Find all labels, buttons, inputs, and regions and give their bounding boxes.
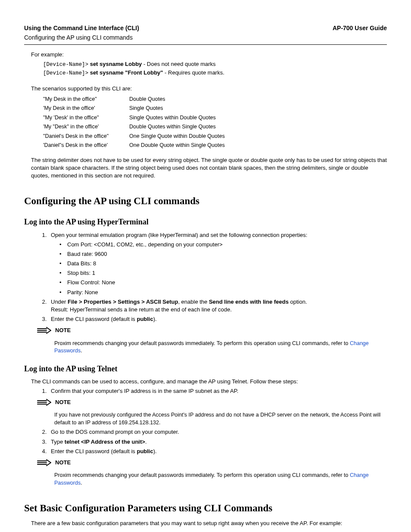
step-item: Enter the CLI password (default is publi…	[48, 315, 387, 323]
table-row: "My 'Desk' in the office"Single Quotes w…	[43, 113, 387, 123]
prompt-2: [Device-Name]>	[43, 70, 88, 76]
list-item: Baud rate: 9600	[59, 250, 387, 258]
step-item: Go to the DOS command prompt on your com…	[48, 428, 387, 436]
heading-hyperterminal: Log into the AP using HyperTerminal	[24, 217, 387, 227]
note-content: NOTE	[55, 327, 387, 336]
note-arrow-icon	[37, 399, 52, 408]
quote-desc: Single Quotes	[129, 105, 163, 112]
quote-desc: Double Quotes within Single Quotes	[129, 123, 216, 131]
note-label: NOTE	[55, 459, 387, 467]
example-line-2: [Device-Name]> set sysname "Front Lobby"…	[43, 69, 387, 78]
note-text: Proxim recommends changing your default …	[54, 472, 387, 487]
note-content: NOTE	[55, 459, 387, 468]
step-item: Confirm that your computer's IP address …	[48, 387, 387, 395]
step-text-b: File > Properties > Settings > ASCII Set…	[68, 299, 178, 305]
step-result: Result: HyperTerminal sends a line retur…	[51, 306, 387, 314]
delimiter-paragraph: The string delimiter does not have to be…	[31, 156, 387, 180]
note-text-b: .	[81, 348, 82, 354]
hyperterminal-steps: Open your terminal emulation program (li…	[48, 231, 387, 324]
step-item: Enter the CLI password (default is publi…	[48, 448, 387, 455]
list-item: Data Bits: 8	[59, 260, 387, 268]
list-item: Parity: None	[59, 289, 387, 296]
note-label: NOTE	[55, 398, 387, 406]
table-row: "Daniel's Desk in the office"One Single …	[43, 132, 387, 141]
step-text-a: Enter the CLI password (default is	[51, 316, 137, 322]
quote-example: "Daniel's Desk in the office"	[43, 133, 129, 140]
basic-config-para: There are a few basic configuration para…	[31, 520, 387, 527]
cmd-1: set sysname Lobby	[90, 61, 142, 67]
quote-desc: One Double Quote within Single Quotes	[129, 142, 225, 149]
quote-example: "My Desk in the office"	[43, 96, 129, 103]
note-content: NOTE	[55, 398, 387, 408]
note-arrow-icon	[37, 459, 52, 468]
table-row: 'My "Desk" in the office'Double Quotes w…	[43, 122, 387, 132]
quote-example: 'My Desk in the office'	[43, 105, 129, 112]
list-item: Com Port: <COM1, COM2, etc., depending o…	[59, 241, 387, 249]
heading-basic-config: Set Basic Configuration Parameters using…	[24, 501, 387, 515]
step-text-c: .	[145, 439, 147, 445]
note-text: Proxim recommends changing your default …	[54, 340, 387, 355]
note-text: If you have not previously configured th…	[54, 411, 387, 426]
step-item: Under File > Properties > Settings > ASC…	[48, 298, 387, 314]
step-text-b: public	[137, 448, 153, 454]
step-text-a: Enter the CLI password (default is	[51, 448, 137, 454]
quotes-table: "My Desk in the office"Double Quotes 'My…	[43, 95, 387, 150]
step-text-a: Under	[51, 299, 68, 305]
telnet-intro: The CLI commands can be used to access, …	[31, 378, 387, 386]
header-divider	[24, 44, 387, 45]
quote-desc: Double Quotes	[129, 96, 165, 103]
scenarios-lead: The scenarios supported by this CLI are:	[31, 85, 387, 93]
note-block: NOTE	[37, 459, 387, 468]
step-text-b: public	[137, 316, 153, 322]
note-block: NOTE	[37, 398, 387, 408]
step-item: Type telnet <IP Address of the unit>.	[48, 438, 387, 446]
prompt-1: [Device-Name]>	[43, 62, 88, 68]
quote-desc: Single Quotes within Double Quotes	[129, 114, 216, 122]
connection-properties-list: Com Port: <COM1, COM2, etc., depending o…	[59, 241, 387, 296]
heading-configuring: Configuring the AP using CLI commands	[24, 194, 387, 208]
cmd-2: set sysname "Front Lobby"	[90, 69, 163, 76]
heading-telnet: Log into the AP using Telnet	[24, 364, 387, 374]
note-text-a: Proxim recommends changing your default …	[54, 340, 350, 346]
step-text-b: telnet <IP Address of the unit>	[65, 439, 145, 445]
header-title-right: AP-700 User Guide	[333, 24, 387, 33]
desc-2: - Requires quote marks.	[163, 69, 224, 76]
step-text-c: ).	[153, 316, 157, 322]
example-line-1: [Device-Name]> set sysname Lobby - Does …	[43, 60, 387, 69]
telnet-steps-2: Go to the DOS command prompt on your com…	[48, 428, 387, 455]
note-block: NOTE	[37, 327, 387, 336]
note-text-a: Proxim recommends changing your default …	[54, 472, 350, 478]
step-text-c: , enable the	[178, 299, 209, 305]
quote-example: 'My "Desk" in the office'	[43, 123, 129, 131]
step-item: Open your terminal emulation program (li…	[48, 231, 387, 296]
table-row: "My Desk in the office"Double Quotes	[43, 95, 387, 104]
note-label: NOTE	[55, 327, 387, 334]
table-row: 'My Desk in the office'Single Quotes	[43, 104, 387, 113]
for-example-label: For example:	[31, 51, 387, 59]
telnet-steps-1: Confirm that your computer's IP address …	[48, 387, 387, 395]
note-arrow-icon	[37, 327, 52, 336]
desc-1: - Does not need quote marks	[142, 61, 215, 67]
note-text-b: .	[81, 480, 82, 486]
step-text-d: Send line ends with line feeds	[209, 299, 289, 305]
quote-desc: One Single Quote within Double Quotes	[129, 133, 225, 140]
step-text-e: option.	[289, 299, 307, 305]
step-text-c: ).	[153, 448, 157, 454]
list-item: Flow Control: None	[59, 279, 387, 286]
step-text: Open your terminal emulation program (li…	[51, 232, 307, 238]
quote-example: "My 'Desk' in the office"	[43, 114, 129, 122]
quote-example: 'Daniel"s Desk in the office'	[43, 142, 129, 149]
table-row: 'Daniel"s Desk in the office'One Double …	[43, 141, 387, 150]
page-header: Using the Command Line Interface (CLI) A…	[24, 24, 387, 33]
header-title-left: Using the Command Line Interface (CLI)	[24, 24, 139, 33]
list-item: Stop bits: 1	[59, 269, 387, 277]
step-text-a: Type	[51, 439, 65, 445]
header-subtitle: Configuring the AP using CLI commands	[24, 34, 387, 42]
